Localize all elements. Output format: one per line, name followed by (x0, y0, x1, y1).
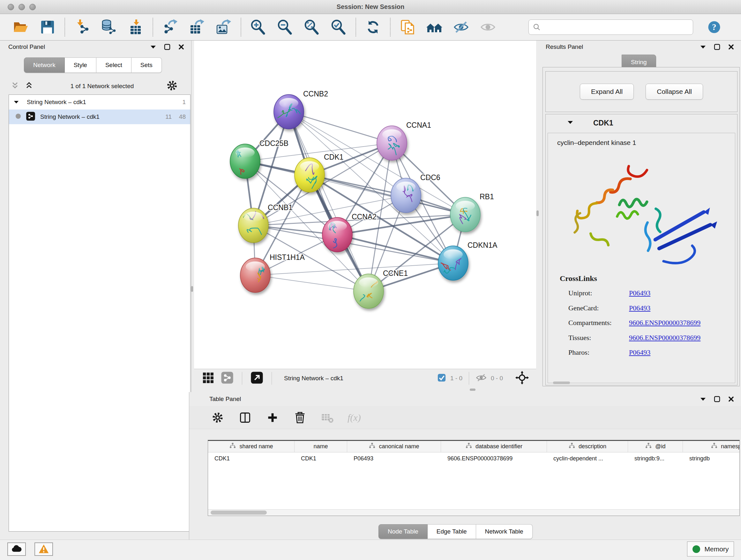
split-columns-icon[interactable] (238, 410, 253, 425)
expand-tree-icon[interactable] (11, 81, 19, 91)
crosslink-link[interactable]: 9606.ENSP00000378699 (629, 319, 700, 327)
tab-select[interactable]: Select (96, 57, 131, 73)
column-header-canonical-name[interactable]: canonical name (347, 441, 441, 452)
network-edge[interactable] (255, 275, 368, 291)
control-panel-menu-icon[interactable] (150, 44, 157, 51)
export-table-icon[interactable] (188, 18, 205, 36)
delete-column-icon[interactable] (293, 410, 307, 425)
bottom-splitter-handle[interactable] (470, 388, 475, 391)
gene-section-header[interactable]: CDK1 (546, 114, 737, 132)
help-button[interactable]: ? (706, 19, 722, 35)
import-table-icon[interactable] (127, 18, 144, 36)
open-in-window-icon[interactable] (250, 371, 264, 386)
cloud-button[interactable] (7, 543, 26, 556)
refresh-layout-icon[interactable] (364, 18, 382, 36)
crosslink-label: Pharos: (568, 348, 629, 357)
table-panel-menu-icon[interactable] (699, 395, 706, 402)
table-horizontal-scrollbar[interactable] (208, 509, 739, 516)
open-session-icon[interactable] (12, 18, 29, 36)
control-panel-close-icon[interactable] (178, 44, 185, 51)
memory-button[interactable]: Memory (687, 542, 734, 557)
tab-sets[interactable]: Sets (131, 57, 162, 73)
zoom-selected-icon[interactable] (330, 18, 347, 36)
minimize-window-button[interactable] (18, 4, 25, 10)
export-network-icon[interactable] (161, 18, 179, 36)
tab-style[interactable]: Style (65, 57, 96, 73)
network-view-canvas[interactable]: CCNB2 CCNA1 CDC25B CDK1 CDC6 RB1 CCNB1 (194, 41, 536, 369)
collapse-collection-icon[interactable] (9, 99, 23, 106)
home-icon[interactable] (426, 18, 443, 36)
tab-node-table[interactable]: Node Table (379, 524, 428, 539)
selected-checkbox-icon[interactable] (437, 373, 447, 384)
search-input[interactable] (529, 19, 693, 35)
results-panel-float-icon[interactable] (714, 44, 721, 51)
column-header-database-identifier[interactable]: database identifier (441, 441, 547, 452)
collapse-all-button[interactable]: Collapse All (646, 84, 703, 100)
tab-network[interactable]: Network (24, 57, 65, 73)
results-panel-menu-icon[interactable] (699, 44, 706, 51)
column-header--id[interactable]: @id (628, 441, 683, 452)
crosslink-link[interactable]: P06493 (629, 304, 650, 312)
column-header-namespace[interactable]: namespace (683, 441, 740, 452)
table-row[interactable]: CDK1CDK1P064939606.ENSP00000378699cyclin… (208, 452, 739, 464)
network-tree-row[interactable]: String Network – cdk1 1 (9, 95, 190, 110)
column-header-description[interactable]: description (547, 441, 628, 452)
add-column-icon[interactable] (265, 410, 280, 425)
crosslink-link[interactable]: 9606.ENSP00000378699 (629, 334, 700, 342)
scrollbar-thumb[interactable] (211, 510, 267, 515)
maximize-window-button[interactable] (29, 4, 36, 10)
import-network-database-icon[interactable] (100, 18, 118, 36)
hide-panel-icon[interactable] (453, 18, 470, 36)
network-node-rb1[interactable]: RB1 (450, 192, 494, 232)
function-builder-icon[interactable]: f(x) (347, 410, 361, 425)
zoom-in-icon[interactable] (250, 18, 267, 36)
table-panel-close-icon[interactable] (728, 395, 735, 402)
control-panel-tabs: NetworkStyleSelectSets (24, 57, 162, 73)
node-label: CDC25B (259, 139, 288, 147)
fit-content-crosshair-icon[interactable] (515, 371, 529, 386)
column-header-name[interactable]: name (294, 441, 347, 452)
collapse-tree-icon[interactable] (25, 81, 33, 91)
network-node-cdk1[interactable]: CDK1 (294, 153, 343, 192)
column-settings-icon[interactable] (210, 410, 225, 425)
network-tree-row[interactable]: String Network – cdk1 11 48 (9, 110, 190, 124)
column-header-shared-name[interactable]: shared name (208, 441, 294, 452)
save-session-icon[interactable] (39, 18, 56, 36)
show-panel-icon[interactable] (479, 18, 496, 36)
right-splitter-handle[interactable] (536, 210, 539, 216)
crosslink-link[interactable]: P06493 (629, 348, 650, 357)
network-node-ccnb1[interactable]: CCNB1 (239, 203, 293, 243)
table-panel-float-icon[interactable] (714, 395, 721, 402)
copy-network-icon[interactable] (399, 18, 416, 36)
birds-eye-view-icon[interactable] (220, 371, 234, 386)
network-list-options-gear-icon[interactable] (165, 79, 179, 94)
crosslink-label: GeneCard: (568, 304, 629, 312)
left-splitter-handle[interactable] (191, 286, 193, 292)
zoom-out-icon[interactable] (276, 18, 293, 36)
search-container (529, 19, 693, 35)
collection-label: String Network – cdk1 (23, 99, 172, 106)
tab-network-table[interactable]: Network Table (476, 524, 533, 539)
node-label: CDKN1A (468, 241, 497, 249)
gene-description: cyclin–dependent kinase 1 (557, 139, 636, 146)
close-window-button[interactable] (8, 4, 14, 10)
toolbar-separator (390, 18, 391, 37)
gene-section: CDK1 cyclin–dependent kinase 1 CrossLink… (545, 114, 738, 385)
crosslink-link[interactable]: P06493 (629, 289, 650, 297)
tab-edge-table[interactable]: Edge Table (428, 524, 476, 539)
zoom-fit-icon[interactable] (303, 18, 320, 36)
network-node-cdkn1a[interactable]: CDKN1A (438, 241, 497, 280)
results-scrollbar-thumb[interactable] (553, 381, 570, 384)
delete-table-icon[interactable] (320, 410, 335, 425)
grid-view-icon[interactable] (201, 371, 215, 386)
expand-all-button[interactable]: Expand All (580, 84, 634, 100)
results-panel-close-icon[interactable] (728, 44, 735, 51)
warning-button[interactable] (35, 543, 53, 556)
export-image-icon[interactable] (215, 18, 232, 36)
control-panel-float-icon[interactable] (164, 44, 171, 51)
results-panel: Results Panel String Expand All Collapse… (539, 41, 741, 387)
import-network-icon[interactable] (73, 18, 91, 36)
collapse-gene-icon[interactable] (567, 120, 574, 126)
status-bar: Memory (0, 540, 741, 560)
network-edge[interactable] (289, 112, 392, 143)
